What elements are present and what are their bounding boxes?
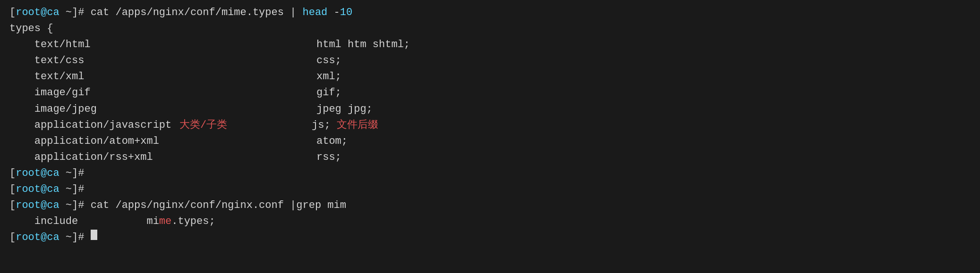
left-text-jpeg: image/jpeg (9, 101, 316, 117)
prompt-2: [root@ca ~]# (9, 198, 91, 214)
right-text-gif: gif; (316, 85, 341, 101)
cmd-cat-mime: cat /apps/nginx/conf/mime.types | (91, 5, 303, 21)
annotation-suffix: 文件后缀 (337, 117, 378, 133)
right-js-plain: js; (312, 117, 337, 133)
mime-suffix-text: .types; (171, 214, 215, 230)
left-text-html: text/html (9, 37, 316, 53)
include-line: include mime.types; (9, 214, 971, 230)
include-text: include (9, 214, 146, 230)
prompt-last: [root@ca ~]# (9, 230, 91, 246)
cmd-head: head (303, 5, 328, 21)
right-text-html: html htm shtml; (316, 37, 410, 53)
command-line-2: [root@ca ~]# cat /apps/nginx/conf/nginx.… (9, 198, 971, 214)
right-text-css: css; (316, 53, 341, 69)
left-text-css: text/css (9, 53, 316, 69)
output-row-gif: image/gif gif; (9, 85, 971, 101)
left-text-atom: application/atom+xml (9, 133, 316, 149)
mime-plain-text: mi (146, 214, 159, 230)
cmd-dash: - (327, 5, 340, 21)
prompt-1: [root@ca ~]# (9, 5, 91, 21)
right-text-jpeg: jpeg jpg; (316, 101, 373, 117)
types-brace-text: types { (9, 21, 53, 37)
annotation-category: 大类/子类 (175, 117, 312, 133)
right-text-xml: xml; (316, 69, 341, 85)
output-row-jpeg: image/jpeg jpeg jpg; (9, 101, 971, 117)
blank-prompt-2: [root@ca ~]# (9, 182, 971, 198)
prompt-blank-2: [root@ca ~]# (9, 182, 84, 198)
left-text-gif: image/gif (9, 85, 316, 101)
left-text-xml: text/xml (9, 69, 316, 85)
terminal-window: [root@ca ~]# cat /apps/nginx/conf/mime.t… (9, 5, 971, 246)
output-row-rss: application/rss+xml rss; (9, 149, 971, 165)
output-row-css: text/css css; (9, 53, 971, 69)
cmd-number: 10 (340, 5, 352, 21)
cmd-cat-nginx: cat /apps/nginx/conf/nginx.conf |grep mi… (91, 198, 346, 214)
blank-prompt-1: [root@ca ~]# (9, 165, 971, 182)
command-line-1: [root@ca ~]# cat /apps/nginx/conf/mime.t… (9, 5, 971, 21)
output-row-javascript: application/javascript 大类/子类 js; 文件后缀 (9, 117, 971, 133)
output-row-html: text/html html htm shtml; (9, 37, 971, 53)
prompt-blank-1: [root@ca ~]# (9, 165, 84, 182)
cursor-block (91, 230, 97, 240)
last-prompt-line: [root@ca ~]# (9, 230, 971, 246)
output-row-atom: application/atom+xml atom; (9, 133, 971, 149)
right-text-rss: rss; (316, 149, 341, 165)
left-text-javascript: application/javascript (9, 117, 175, 133)
right-text-atom: atom; (316, 133, 348, 149)
output-row-xml: text/xml xml; (9, 69, 971, 85)
left-text-rss: application/rss+xml (9, 149, 316, 165)
output-types-brace: types { (9, 21, 971, 37)
mime-highlight-text: me (159, 214, 171, 230)
